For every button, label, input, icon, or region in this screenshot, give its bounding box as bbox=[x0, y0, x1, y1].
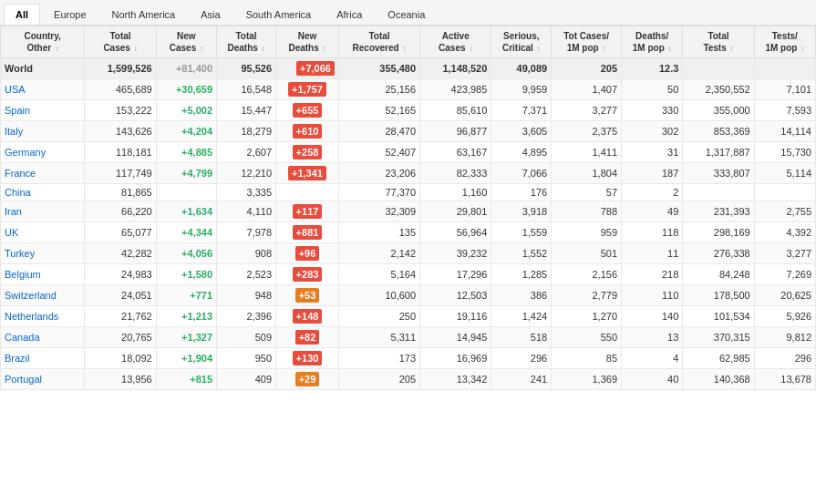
new-deaths: +258 bbox=[276, 142, 339, 163]
covid-table: Country,Other ↕TotalCases ↕NewCases ↕Tot… bbox=[0, 26, 816, 390]
total-tests: 333,807 bbox=[683, 163, 754, 184]
country-name[interactable]: Switzerland bbox=[1, 285, 85, 306]
col-header-newDeaths[interactable]: NewDeaths ↕ bbox=[276, 26, 339, 58]
country-link[interactable]: Netherlands bbox=[5, 311, 58, 322]
country-name[interactable]: Portugal bbox=[1, 369, 85, 390]
world-total-deaths: 95,526 bbox=[217, 58, 276, 79]
tab-africa[interactable]: Africa bbox=[325, 4, 374, 25]
deaths-per-m: 140 bbox=[622, 306, 683, 327]
tests-per-m: 5,114 bbox=[754, 163, 815, 184]
total-tests: 62,985 bbox=[683, 348, 754, 369]
total-cases: 24,983 bbox=[85, 264, 156, 285]
col-header-totalRecovered[interactable]: TotalRecovered ↕ bbox=[338, 26, 419, 58]
total-deaths: 2,523 bbox=[217, 264, 276, 285]
country-name[interactable]: Italy bbox=[1, 121, 85, 142]
country-link[interactable]: Brazil bbox=[5, 353, 30, 364]
tot-cases-per-m: 2,375 bbox=[552, 121, 622, 142]
world-total-tests bbox=[683, 58, 754, 79]
new-deaths: +148 bbox=[276, 306, 339, 327]
country-name[interactable]: Iran bbox=[1, 201, 85, 222]
new-cases: +1,904 bbox=[156, 348, 216, 369]
country-link[interactable]: Iran bbox=[5, 206, 22, 217]
serious-critical: 9,959 bbox=[491, 79, 552, 100]
country-link[interactable]: Italy bbox=[5, 126, 23, 137]
country-link[interactable]: Switzerland bbox=[5, 290, 57, 301]
deaths-per-m: 2 bbox=[622, 184, 683, 201]
country-link[interactable]: China bbox=[5, 187, 31, 198]
active-cases: 96,877 bbox=[420, 121, 491, 142]
country-name[interactable]: Turkey bbox=[1, 243, 85, 264]
country-link[interactable]: Germany bbox=[5, 147, 46, 158]
tot-cases-per-m: 1,369 bbox=[552, 369, 622, 390]
tot-cases-per-m: 85 bbox=[552, 348, 622, 369]
col-header-totCasesM[interactable]: Tot Cases/1M pop ↕ bbox=[552, 26, 622, 58]
active-cases: 1,160 bbox=[420, 184, 491, 201]
tests-per-m: 4,392 bbox=[754, 222, 815, 243]
country-link[interactable]: Canada bbox=[5, 332, 40, 343]
tab-south-america[interactable]: South America bbox=[234, 4, 324, 25]
country-link[interactable]: France bbox=[5, 168, 36, 179]
total-deaths: 18,279 bbox=[217, 121, 276, 142]
country-link[interactable]: USA bbox=[5, 84, 26, 95]
tot-cases-per-m: 57 bbox=[552, 184, 622, 201]
active-cases: 39,232 bbox=[420, 243, 491, 264]
country-link[interactable]: Belgium bbox=[5, 269, 41, 280]
col-header-totalTests[interactable]: TotalTests ↕ bbox=[683, 26, 754, 58]
total-tests: 1,317,887 bbox=[683, 142, 754, 163]
table-row: Turkey 42,282 +4,056 908 +96 2,142 39,23… bbox=[1, 243, 816, 264]
country-link[interactable]: UK bbox=[5, 227, 18, 238]
new-deaths-badge: +1,757 bbox=[288, 82, 326, 97]
serious-critical: 7,066 bbox=[491, 163, 552, 184]
country-name[interactable]: Belgium bbox=[1, 264, 85, 285]
country-link[interactable]: Turkey bbox=[5, 248, 35, 259]
tab-north-america[interactable]: North America bbox=[100, 4, 188, 25]
country-name[interactable]: Canada bbox=[1, 327, 85, 348]
tab-oceania[interactable]: Oceania bbox=[376, 4, 437, 25]
serious-critical: 241 bbox=[491, 369, 552, 390]
tot-cases-per-m: 501 bbox=[552, 243, 622, 264]
country-name[interactable]: China bbox=[1, 184, 85, 201]
country-name[interactable]: Netherlands bbox=[1, 306, 85, 327]
col-header-country[interactable]: Country,Other ↕ bbox=[1, 26, 85, 58]
total-deaths: 2,396 bbox=[217, 306, 276, 327]
table-body: World 1,599,526 +81,400 95,526 +7,066 35… bbox=[1, 58, 816, 390]
col-header-activeCases[interactable]: ActiveCases ↕ bbox=[420, 26, 491, 58]
deaths-per-m: 218 bbox=[622, 264, 683, 285]
total-cases: 143,626 bbox=[85, 121, 156, 142]
country-name[interactable]: Brazil bbox=[1, 348, 85, 369]
country-name[interactable]: Spain bbox=[1, 100, 85, 121]
total-deaths: 409 bbox=[217, 369, 276, 390]
country-name[interactable]: Germany bbox=[1, 142, 85, 163]
country-name[interactable]: UK bbox=[1, 222, 85, 243]
deaths-per-m: 330 bbox=[622, 100, 683, 121]
active-cases: 29,801 bbox=[420, 201, 491, 222]
country-name[interactable]: France bbox=[1, 163, 85, 184]
tot-cases-per-m: 788 bbox=[552, 201, 622, 222]
col-header-serious[interactable]: Serious,Critical ↕ bbox=[491, 26, 552, 58]
col-header-deathsM[interactable]: Deaths/1M pop ↕ bbox=[622, 26, 683, 58]
total-deaths: 12,210 bbox=[217, 163, 276, 184]
tab-asia[interactable]: Asia bbox=[189, 4, 232, 25]
table-row: France 117,749 +4,799 12,210 +1,341 23,2… bbox=[1, 163, 816, 184]
tab-all[interactable]: All bbox=[4, 4, 40, 25]
new-deaths-badge: +258 bbox=[293, 145, 323, 159]
country-link[interactable]: Portugal bbox=[5, 374, 42, 385]
serious-critical: 296 bbox=[491, 348, 552, 369]
col-header-totalCases[interactable]: TotalCases ↕ bbox=[85, 26, 156, 58]
tab-europe[interactable]: Europe bbox=[42, 4, 98, 25]
new-cases: +1,213 bbox=[156, 306, 216, 327]
table-row: China 81,865 3,335 77,370 1,160 176 57 2 bbox=[1, 184, 816, 201]
col-header-totalDeaths[interactable]: TotalDeaths ↕ bbox=[217, 26, 276, 58]
total-cases: 117,749 bbox=[85, 163, 156, 184]
active-cases: 85,610 bbox=[420, 100, 491, 121]
new-deaths-badge: +96 bbox=[295, 246, 320, 261]
new-deaths: +130 bbox=[276, 348, 339, 369]
col-header-testsM[interactable]: Tests/1M pop ↕ bbox=[754, 26, 815, 58]
active-cases: 82,333 bbox=[420, 163, 491, 184]
col-header-newCases[interactable]: NewCases ↕ bbox=[156, 26, 216, 58]
country-link[interactable]: Spain bbox=[5, 105, 30, 116]
country-name[interactable]: USA bbox=[1, 79, 85, 100]
serious-critical: 176 bbox=[491, 184, 552, 201]
table-row: USA 465,689 +30,659 16,548 +1,757 25,156… bbox=[1, 79, 816, 100]
serious-critical: 1,424 bbox=[491, 306, 552, 327]
